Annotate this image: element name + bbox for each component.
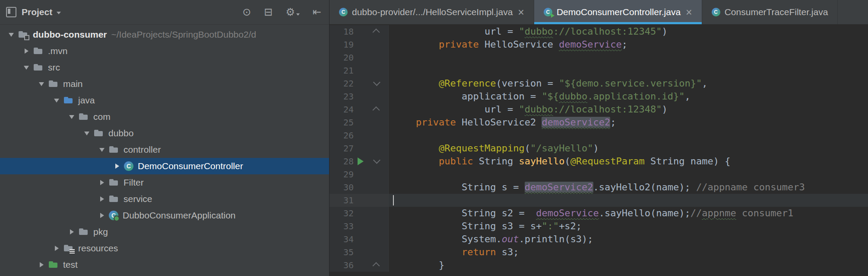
- editor-gutter[interactable]: 19: [329, 38, 389, 51]
- close-tab-icon[interactable]: ×: [686, 7, 692, 18]
- run-method-icon[interactable]: [358, 157, 364, 165]
- expanded-arrow-icon[interactable]: [21, 66, 32, 70]
- fold-up-icon[interactable]: [373, 262, 380, 270]
- code-text[interactable]: return s3;: [389, 246, 868, 259]
- tree-item-resources[interactable]: resources: [0, 240, 329, 257]
- code-text[interactable]: String s = demoService2.sayHello2(name);…: [389, 181, 868, 194]
- tree-item-dubbo-consumer[interactable]: dubbo-consumer~/IdeaProjects/SpringBootD…: [0, 26, 329, 43]
- code-text[interactable]: String s2 = demoService.sayHello(name);/…: [389, 207, 868, 220]
- tree-item-democonsumercontroller[interactable]: CDemoConsumerController: [0, 158, 329, 174]
- editor-gutter[interactable]: 24: [329, 103, 389, 116]
- settings-dropdown-caret-icon[interactable]: [296, 13, 300, 16]
- code-text[interactable]: private HelloService demoService;: [389, 38, 868, 51]
- code-line-20[interactable]: 20: [329, 51, 868, 64]
- editor-gutter[interactable]: 34: [329, 233, 389, 246]
- expanded-arrow-icon[interactable]: [51, 99, 62, 103]
- code-line-34[interactable]: 34 System.out.println(s3);: [329, 233, 868, 246]
- code-text[interactable]: @Reference(version = "${demo.service.ver…: [389, 77, 868, 90]
- tree-item-pkg[interactable]: pkg: [0, 224, 329, 240]
- tree-item-java[interactable]: java: [0, 92, 329, 109]
- editor-tab-consumertracefilter-java[interactable]: CConsumerTraceFilter.java: [702, 0, 838, 24]
- editor-gutter[interactable]: 31: [329, 194, 389, 207]
- code-text[interactable]: String s3 = s+":"+s2;: [389, 220, 868, 233]
- fold-down-icon[interactable]: [373, 79, 380, 86]
- editor-gutter[interactable]: 23: [329, 90, 389, 103]
- code-line-30[interactable]: 30 String s = demoService2.sayHello2(nam…: [329, 181, 868, 194]
- collapsed-arrow-icon[interactable]: [112, 164, 122, 169]
- editor-gutter[interactable]: 18: [329, 25, 389, 38]
- editor-gutter[interactable]: 33: [329, 220, 389, 233]
- fold-up-icon[interactable]: [373, 106, 380, 114]
- tree-item-com[interactable]: com: [0, 109, 329, 125]
- gutter-fold-column[interactable]: [367, 29, 385, 34]
- editor-gutter[interactable]: 25: [329, 116, 389, 129]
- tree-item-src[interactable]: src: [0, 59, 329, 76]
- code-line-19[interactable]: 19 private HelloService demoService;: [329, 38, 868, 51]
- expanded-arrow-icon[interactable]: [36, 82, 47, 86]
- editor-gutter[interactable]: 28: [329, 155, 389, 168]
- collapsed-arrow-icon[interactable]: [36, 262, 47, 267]
- code-line-32[interactable]: 32 String s2 = demoService.sayHello(name…: [329, 207, 868, 220]
- code-line-25[interactable]: 25 private HelloService2 demoService2;: [329, 116, 868, 129]
- editor-gutter[interactable]: 35: [329, 246, 389, 259]
- code-text[interactable]: System.out.println(s3);: [389, 233, 868, 246]
- tree-item-test[interactable]: test: [0, 257, 329, 273]
- expanded-arrow-icon[interactable]: [67, 115, 77, 119]
- collapsed-arrow-icon[interactable]: [67, 229, 77, 234]
- editor-gutter[interactable]: 29: [329, 168, 389, 181]
- collapsed-arrow-icon[interactable]: [97, 213, 107, 218]
- code-text[interactable]: application = "${dubbo.application.id}",: [389, 90, 868, 103]
- code-line-22[interactable]: 22 @Reference(version = "${demo.service.…: [329, 77, 868, 90]
- editor-gutter[interactable]: 20: [329, 51, 389, 64]
- code-line-33[interactable]: 33 String s3 = s+":"+s2;: [329, 220, 868, 233]
- editor-gutter[interactable]: 26: [329, 129, 389, 142]
- editor-tab-democonsumercontroller-java[interactable]: CDemoConsumerController.java×: [534, 0, 702, 24]
- expanded-arrow-icon[interactable]: [6, 33, 16, 37]
- code-text[interactable]: private HelloService2 demoService2;: [389, 116, 868, 129]
- gutter-fold-column[interactable]: [367, 107, 385, 112]
- editor-gutter[interactable]: 36: [329, 259, 389, 272]
- fold-up-icon[interactable]: [373, 29, 380, 36]
- expanded-arrow-icon[interactable]: [97, 148, 107, 152]
- tree-item-dubboconsumerapplication[interactable]: CDubboConsumerApplication: [0, 207, 329, 224]
- gutter-fold-column[interactable]: [367, 263, 385, 268]
- code-text[interactable]: }: [389, 259, 868, 272]
- code-line-29[interactable]: 29: [329, 168, 868, 181]
- gutter-fold-column[interactable]: [367, 81, 385, 86]
- editor-gutter[interactable]: 21: [329, 64, 389, 77]
- collapsed-arrow-icon[interactable]: [97, 196, 107, 202]
- code-line-24[interactable]: 24 url = "dubbo://localhost:12348"): [329, 103, 868, 116]
- fold-down-icon[interactable]: [373, 157, 380, 164]
- code-text[interactable]: [389, 64, 868, 77]
- code-line-35[interactable]: 35 return s3;: [329, 246, 868, 259]
- code-line-21[interactable]: 21: [329, 64, 868, 77]
- code-line-28[interactable]: 28 public String sayHello(@RequestParam …: [329, 155, 868, 168]
- tree-item-controller[interactable]: controller: [0, 141, 329, 158]
- collapse-all-icon[interactable]: ⊟: [264, 7, 272, 17]
- expanded-arrow-icon[interactable]: [82, 132, 92, 135]
- tree-item-dubbo[interactable]: dubbo: [0, 125, 329, 141]
- code-text[interactable]: public String sayHello(@RequestParam Str…: [389, 155, 868, 168]
- code-line-23[interactable]: 23 application = "${dubbo.application.id…: [329, 90, 868, 103]
- gutter-run-column[interactable]: [354, 157, 367, 165]
- code-line-27[interactable]: 27 @RequestMapping("/sayHello"): [329, 142, 868, 155]
- editor-tab-dubbo-provider-helloserviceimpl-java[interactable]: Cdubbo-provider/.../HelloServiceImpl.jav…: [329, 0, 534, 24]
- close-tab-icon[interactable]: ×: [518, 7, 524, 18]
- tree-item-main[interactable]: main: [0, 76, 329, 92]
- chevron-down-icon[interactable]: [57, 12, 61, 14]
- editor-gutter[interactable]: 22: [329, 77, 389, 90]
- settings-gear-icon[interactable]: ⚙: [285, 7, 295, 17]
- code-line-31[interactable]: 31: [329, 194, 868, 207]
- hide-panel-icon[interactable]: ⇤: [313, 7, 321, 17]
- tree-item-service[interactable]: service: [0, 191, 329, 207]
- project-view-title[interactable]: Project: [22, 7, 52, 17]
- collapsed-arrow-icon[interactable]: [51, 246, 62, 251]
- editor-gutter[interactable]: 32: [329, 207, 389, 220]
- gutter-fold-column[interactable]: [367, 159, 385, 164]
- code-text[interactable]: @RequestMapping("/sayHello"): [389, 142, 868, 155]
- code-line-18[interactable]: 18 url = "dubbo://localhost:12345"): [329, 25, 868, 38]
- collapsed-arrow-icon[interactable]: [97, 180, 107, 185]
- tree-item-filter[interactable]: Filter: [0, 174, 329, 191]
- locate-icon[interactable]: ⊙: [242, 7, 251, 17]
- editor-gutter[interactable]: 27: [329, 142, 389, 155]
